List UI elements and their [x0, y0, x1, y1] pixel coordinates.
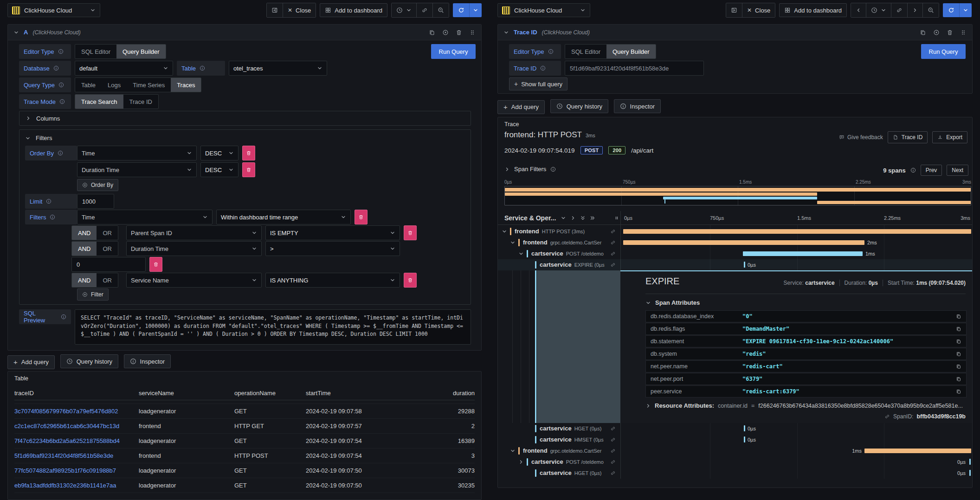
- query-row-header[interactable]: A (ClickHouse Cloud): [8, 25, 481, 40]
- trace-id-link[interactable]: c2c1ec87c62965b61cab6c30447bc13d: [14, 423, 139, 429]
- order-by-dir-select[interactable]: DESC: [200, 162, 239, 177]
- close-pane-button[interactable]: ✕Close: [742, 3, 775, 17]
- trace-id-input[interactable]: [565, 61, 704, 76]
- zoom-out-button[interactable]: [432, 3, 449, 17]
- column-header[interactable]: operationName: [234, 390, 306, 397]
- or-option[interactable]: OR: [97, 242, 118, 256]
- chevron-right-icon[interactable]: [570, 215, 576, 221]
- service-operation-column[interactable]: Service & Oper...: [504, 214, 556, 222]
- span-duration-tick[interactable]: [969, 470, 971, 476]
- filter-operator-select[interactable]: Within dashboard time range: [216, 210, 351, 224]
- span-duration-bar[interactable]: [623, 229, 971, 234]
- share-link-button[interactable]: [416, 3, 432, 17]
- add-query-button[interactable]: +Add query: [7, 355, 55, 369]
- info-icon[interactable]: [58, 82, 64, 88]
- copy-icon[interactable]: [956, 339, 961, 344]
- info-icon[interactable]: [53, 65, 59, 71]
- info-icon[interactable]: [61, 314, 66, 320]
- columns-section-toggle[interactable]: Columns: [19, 111, 471, 126]
- collapse-span-icon[interactable]: [518, 251, 524, 256]
- copy-icon[interactable]: [956, 376, 961, 382]
- span-link-icon[interactable]: [610, 426, 616, 431]
- filters-section-toggle[interactable]: Filters: [25, 135, 52, 141]
- trace-id-link[interactable]: 77fc5074882af98925b1f76c091988b7: [14, 467, 139, 474]
- span-duration-bar[interactable]: [743, 251, 863, 256]
- span-duration-bar[interactable]: [623, 240, 864, 245]
- span-row[interactable]: frontendgrpc.oteldemo.CartSer 1ms: [498, 445, 972, 456]
- refresh-interval-dropdown[interactable]: [470, 3, 482, 17]
- span-link-icon[interactable]: [610, 459, 616, 465]
- and-option[interactable]: AND: [72, 226, 97, 240]
- filter-field-select[interactable]: Parent Span ID: [126, 225, 262, 240]
- span-row[interactable]: cartserviceHGET (0µs) 0µs: [498, 423, 972, 434]
- add-order-by-button[interactable]: Order By: [77, 179, 118, 191]
- toggle-visibility-icon[interactable]: [933, 29, 940, 36]
- trace-search-option[interactable]: Trace Search: [75, 95, 123, 109]
- remove-filter-button[interactable]: [404, 273, 417, 288]
- link-icon[interactable]: [884, 414, 890, 419]
- trace-id-link[interactable]: eb9fa13adfddfb31302e236b1141e7aa: [14, 482, 139, 489]
- order-by-field-select[interactable]: Time: [77, 146, 197, 160]
- trace-id-button[interactable]: Trace ID: [888, 131, 928, 143]
- copy-icon[interactable]: [956, 314, 961, 319]
- close-pane-button[interactable]: ✕Close: [283, 3, 316, 17]
- query-type-logs[interactable]: Logs: [102, 78, 127, 92]
- limit-input[interactable]: [77, 194, 114, 209]
- column-header[interactable]: duration: [405, 390, 475, 397]
- share-link-button[interactable]: [891, 3, 907, 17]
- sql-editor-option[interactable]: SQL Editor: [565, 45, 606, 58]
- span-row[interactable]: cartserviceHGET (0µs) 0µs: [498, 468, 972, 479]
- info-icon[interactable]: [46, 199, 52, 204]
- database-select[interactable]: default: [75, 61, 173, 76]
- remove-query-icon[interactable]: [947, 29, 953, 36]
- query-builder-option[interactable]: Query Builder: [116, 45, 165, 58]
- trace-id-link[interactable]: 5f1d69baf92314f20d4f8f561b58e3de: [14, 452, 139, 459]
- add-query-button[interactable]: +Add query: [497, 100, 545, 114]
- copy-icon[interactable]: [956, 326, 961, 332]
- query-builder-option[interactable]: Query Builder: [606, 45, 655, 58]
- column-resize-handle[interactable]: [614, 215, 619, 221]
- span-link-icon[interactable]: [610, 448, 616, 454]
- query-row-header[interactable]: Trace ID (ClickHouse Cloud): [498, 25, 972, 40]
- span-row[interactable]: cartservicePOST /oteldemo 0µs: [498, 456, 972, 468]
- span-duration-tick[interactable]: [744, 262, 745, 268]
- copy-icon[interactable]: [956, 351, 961, 357]
- info-icon[interactable]: [50, 214, 55, 220]
- span-row[interactable]: frontendgrpc.oteldemo.CartSer 2ms: [498, 237, 972, 248]
- info-icon[interactable]: [59, 99, 65, 104]
- datasource-picker[interactable]: ClickHouse Cloud: [497, 3, 590, 17]
- query-type-table[interactable]: Table: [75, 78, 102, 92]
- table-select[interactable]: otel_traces: [229, 61, 327, 76]
- info-icon[interactable]: [200, 65, 205, 71]
- datasource-picker[interactable]: ClickHouse Cloud: [7, 3, 100, 17]
- resource-attributes-toggle[interactable]: Resource Attributes: container.id = f266…: [645, 402, 966, 409]
- next-span-button[interactable]: Next: [947, 165, 968, 176]
- collapse-span-icon[interactable]: [518, 459, 524, 465]
- query-type-timeseries[interactable]: Time Series: [127, 78, 171, 92]
- span-duration-tick[interactable]: [744, 436, 745, 442]
- span-duration-tick[interactable]: [744, 425, 745, 431]
- span-row-selected[interactable]: cartserviceEXPIRE (0µs 0µs: [498, 259, 972, 270]
- copy-icon[interactable]: [956, 364, 961, 369]
- info-icon[interactable]: [548, 49, 554, 54]
- or-option[interactable]: OR: [97, 273, 118, 287]
- and-option[interactable]: AND: [72, 242, 97, 256]
- remove-query-icon[interactable]: [456, 29, 462, 36]
- split-pane-button[interactable]: [267, 3, 283, 17]
- trace-minimap[interactable]: [504, 186, 971, 205]
- filter-field-select[interactable]: Time: [77, 210, 213, 224]
- double-chevron-down-icon[interactable]: [580, 215, 586, 221]
- and-option[interactable]: AND: [72, 273, 97, 287]
- collapse-span-icon[interactable]: [510, 240, 516, 245]
- order-by-field-select[interactable]: Duration Time: [77, 162, 197, 177]
- zoom-out-button[interactable]: [922, 3, 939, 17]
- shift-time-back-button[interactable]: [851, 3, 866, 17]
- inspector-button[interactable]: Inspector: [124, 354, 171, 368]
- span-link-icon[interactable]: [610, 437, 616, 442]
- query-history-button[interactable]: Query history: [60, 354, 118, 368]
- give-feedback-link[interactable]: Give feedback: [839, 134, 883, 141]
- span-link-icon[interactable]: [610, 240, 616, 245]
- toggle-visibility-icon[interactable]: [442, 29, 449, 36]
- run-query-button[interactable]: Run Query: [431, 44, 476, 59]
- remove-filter-button[interactable]: [149, 257, 162, 272]
